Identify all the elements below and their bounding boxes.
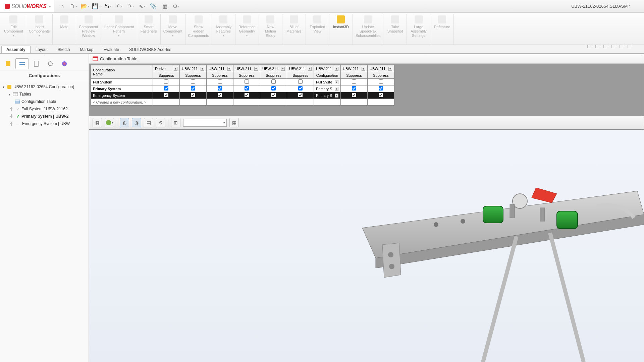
- suppress-checkbox[interactable]: [218, 93, 222, 97]
- ribbon-update[interactable]: Update SpeedPak Subassemblies: [353, 14, 384, 45]
- suppress-checkbox[interactable]: [164, 93, 168, 97]
- select-icon[interactable]: ⬉: [137, 1, 147, 11]
- ribbon-bill-of[interactable]: Bill of Materials: [282, 14, 306, 45]
- suppress-checkbox[interactable]: [218, 86, 222, 90]
- suppress-checkbox[interactable]: [298, 79, 303, 84]
- suppress-checkbox[interactable]: [218, 79, 222, 84]
- print-icon[interactable]: 🖶: [103, 1, 113, 11]
- redo-icon[interactable]: ↷: [125, 1, 136, 11]
- suppress-checkbox[interactable]: [191, 79, 195, 84]
- suppress-checkbox[interactable]: [164, 79, 168, 84]
- tree-config-primary[interactable]: ✓Primary System [ UBW-2: [1, 113, 87, 120]
- tab-markup[interactable]: Markup: [75, 46, 98, 53]
- brand-b: WORKS: [27, 3, 47, 9]
- suppress-checkbox[interactable]: [164, 86, 168, 90]
- svg-point-35: [513, 194, 527, 208]
- manager-tab-configuration[interactable]: [15, 58, 29, 69]
- suppress-checkbox[interactable]: [379, 86, 383, 90]
- ribbon-insert[interactable]: Insert Components: [26, 14, 53, 45]
- tree-config-emergency[interactable]: —Emergency System [ UBW: [1, 120, 87, 127]
- table-btn-5[interactable]: ▤: [144, 118, 153, 127]
- tab-assembly[interactable]: Assembly: [1, 46, 31, 53]
- hud-icon[interactable]: ◻: [603, 43, 610, 50]
- tree-cfgtable[interactable]: Configuration Table: [1, 98, 87, 105]
- table-btn-toggle[interactable]: 🟢▾: [105, 118, 114, 127]
- ribbon-edit[interactable]: Edit Component: [1, 14, 26, 45]
- settings-icon[interactable]: ⚙: [171, 1, 181, 11]
- ribbon-new[interactable]: New Motion Study: [259, 14, 282, 45]
- new-icon[interactable]: 🗋: [68, 1, 78, 11]
- graphics-area[interactable]: Configuration Table Configuration NameDe…: [89, 54, 644, 362]
- svg-rect-33: [483, 206, 503, 223]
- table-btn-7[interactable]: ⊞: [171, 118, 180, 127]
- suppress-checkbox[interactable]: [271, 93, 276, 97]
- ribbon-reference[interactable]: Reference Geometry: [235, 14, 259, 45]
- tab-solidworks-add-ins[interactable]: SOLIDWORKS Add-Ins: [124, 46, 176, 53]
- manager-tab-property[interactable]: [30, 58, 43, 69]
- hud-icon[interactable]: ◻: [611, 43, 618, 50]
- ribbon-linear-component[interactable]: Linear Component Pattern: [101, 14, 137, 45]
- svg-rect-34: [557, 211, 578, 229]
- undo-icon[interactable]: ↶: [114, 1, 124, 11]
- manager-tab-display[interactable]: [44, 58, 57, 69]
- svg-rect-20: [10, 116, 12, 117]
- suppress-checkbox[interactable]: [271, 86, 276, 90]
- ribbon-large[interactable]: Large Assembly Settings: [407, 14, 430, 45]
- command-tabs: AssemblyLayoutSketchMarkupEvaluateSOLIDW…: [0, 45, 644, 54]
- svg-rect-18: [10, 108, 12, 109]
- tree-root[interactable]: ▾ UBW-21162-02654 Configuration(: [1, 83, 87, 90]
- ribbon-move[interactable]: Move Component: [161, 14, 185, 45]
- tree-cfgtable-label: Configuration Table: [21, 99, 56, 104]
- configuration-table[interactable]: Configuration NameDeriveUBW-211UBW-211UB…: [91, 65, 394, 106]
- table-btn-1[interactable]: ▦: [93, 118, 102, 127]
- quick-access-toolbar: ⌂ 🗋 📂 💾 🖶 ↶ ↷ ⬉ 📎 ▦ ⚙: [54, 1, 181, 11]
- table-btn-3[interactable]: ◐: [120, 118, 129, 127]
- suppress-checkbox[interactable]: [379, 79, 383, 84]
- hud-icon[interactable]: ◻: [595, 43, 602, 50]
- suppress-checkbox[interactable]: [245, 79, 249, 84]
- table-filter-combo[interactable]: [183, 119, 227, 127]
- suppress-checkbox[interactable]: [352, 79, 356, 84]
- open-icon[interactable]: 📂: [80, 1, 90, 11]
- ribbon-smart[interactable]: Smart Fasteners: [137, 14, 161, 45]
- svg-marker-27: [382, 243, 401, 278]
- rebuild-icon[interactable]: ▦: [160, 1, 170, 11]
- suppress-checkbox[interactable]: [298, 93, 303, 97]
- ribbon-take[interactable]: Take Snapshot: [383, 14, 407, 45]
- ribbon-exploded[interactable]: Exploded View: [306, 14, 329, 45]
- brand-a: SOLID: [11, 3, 27, 9]
- ribbon-component[interactable]: Component Preview Window: [76, 14, 101, 45]
- suppress-checkbox[interactable]: [245, 86, 249, 90]
- manager-header: Configurations: [0, 70, 89, 81]
- configuration-table-window: Configuration Table Configuration NameDe…: [89, 54, 644, 130]
- suppress-checkbox[interactable]: [352, 93, 356, 97]
- pin-icon[interactable]: 📎: [148, 1, 158, 11]
- tab-layout[interactable]: Layout: [31, 46, 53, 53]
- table-btn-8[interactable]: ▦: [229, 118, 239, 127]
- table-settings-icon[interactable]: ⚙: [156, 118, 165, 127]
- suppress-checkbox[interactable]: [352, 86, 356, 90]
- table-btn-4[interactable]: ◑: [132, 118, 141, 127]
- manager-tab-appearance[interactable]: [58, 58, 71, 69]
- suppress-checkbox[interactable]: [271, 79, 276, 84]
- suppress-checkbox[interactable]: [191, 93, 195, 97]
- ribbon-instant3d[interactable]: Instant3D: [329, 14, 353, 45]
- manager-tab-feature[interactable]: [1, 58, 15, 69]
- suppress-checkbox[interactable]: [298, 86, 303, 90]
- ribbon-defeature[interactable]: Defeature: [430, 14, 454, 45]
- save-icon[interactable]: 💾: [91, 1, 101, 11]
- tree-tables[interactable]: ▾ Tables: [1, 90, 87, 98]
- hud-icon[interactable]: ◻: [619, 43, 626, 50]
- hud-icon[interactable]: ◻: [627, 43, 634, 50]
- suppress-checkbox[interactable]: [245, 93, 249, 97]
- tree-config-full[interactable]: ✓Full System [ UBW-21162: [1, 105, 87, 113]
- suppress-checkbox[interactable]: [379, 93, 383, 97]
- ribbon-show[interactable]: Show Hidden Components: [185, 14, 212, 45]
- suppress-checkbox[interactable]: [191, 86, 195, 90]
- hud-icon[interactable]: ◻: [587, 43, 594, 50]
- home-icon[interactable]: ⌂: [57, 1, 67, 11]
- ribbon-mate[interactable]: Mate: [53, 14, 76, 45]
- ribbon-assembly[interactable]: Assembly Features: [212, 14, 235, 45]
- tab-evaluate[interactable]: Evaluate: [98, 46, 124, 53]
- tab-sketch[interactable]: Sketch: [53, 46, 75, 53]
